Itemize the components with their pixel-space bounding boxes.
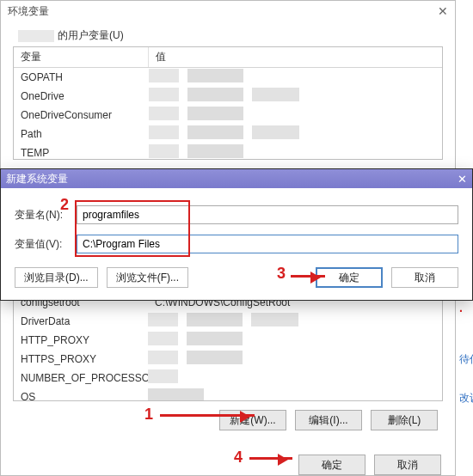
var-value-label: 变量值(V): [15,237,77,252]
table-row[interactable]: TEMP [14,143,442,160]
table-row[interactable]: OneDriveConsumer [14,106,442,125]
dialog-body: 变量名(N): 变量值(V): 浏览目录(D)... 浏览文件(F)... 确定… [1,188,472,300]
env-ok-button[interactable]: 确定 [298,455,366,475]
new-sys-var-button[interactable]: 新建(W)... [219,410,286,430]
env-title: 环境变量 [8,4,49,19]
masked-username [18,30,54,42]
user-vars-section: 的用户变量(U) 变量 值 GOPATH OneDrive OneDriveCo… [13,28,443,160]
table-row[interactable]: NUMBER_OF_PROCESSORS [14,369,442,388]
dialog-title: 新建系统变量 [6,172,68,186]
edit-sys-var-button[interactable]: 编辑(I)... [295,410,362,430]
table-row[interactable]: OneDrive [14,87,442,106]
env-cancel-button[interactable]: 取消 [374,455,441,475]
table-row[interactable]: DriverData [14,312,442,331]
system-vars-table: configsetrootC:\WINDOWS\ConfigSetRoot Dr… [14,293,442,401]
bg-link-1: 待信 [459,352,473,367]
browse-dir-button[interactable]: 浏览目录(D)... [15,267,98,288]
user-vars-caption: 的用户变量(U) [18,28,443,43]
table-row[interactable]: OS [14,388,442,401]
var-name-row: 变量名(N): [15,205,458,224]
table-row[interactable]: GOPATH [14,68,442,88]
close-icon[interactable]: ✕ [438,4,448,18]
dialog-close-icon[interactable]: ✕ [458,173,467,186]
dialog-ok-button[interactable]: 确定 [316,267,383,288]
delete-sys-var-button[interactable]: 删除(L) [371,410,438,430]
user-vars-table: 变量 值 GOPATH OneDrive OneDriveConsumer Pa… [14,47,442,160]
dialog-cancel-button[interactable]: 取消 [391,267,458,288]
table-row[interactable]: HTTP_PROXY [14,331,442,350]
var-name-label: 变量名(N): [15,208,77,223]
new-system-variable-dialog: 新建系统变量 ✕ 变量名(N): 变量值(V): 浏览目录(D)... 浏览文件… [0,168,473,301]
var-name-input[interactable] [77,205,458,224]
table-row[interactable]: Path [14,125,442,143]
col-header-var[interactable]: 变量 [14,47,149,68]
bg-link-2: 改设置 [459,391,473,406]
var-value-row: 变量值(V): [15,235,458,253]
system-vars-table-wrap[interactable]: configsetrootC:\WINDOWS\ConfigSetRoot Dr… [13,292,443,401]
var-value-input[interactable] [77,235,458,253]
env-titlebar: 环境变量 ✕ [1,1,455,21]
env-window-confirm-buttons: 确定 取消 [1,441,455,476]
system-vars-section: configsetrootC:\WINDOWS\ConfigSetRoot Dr… [13,292,443,434]
system-vars-buttons: 新建(W)... 编辑(I)... 删除(L) [13,401,443,434]
browse-file-button[interactable]: 浏览文件(F)... [107,267,188,288]
dialog-titlebar: 新建系统变量 ✕ [1,169,472,188]
dialog-button-row: 浏览目录(D)... 浏览文件(F)... 确定 取消 [15,264,458,288]
user-vars-table-wrap[interactable]: 变量 值 GOPATH OneDrive OneDriveConsumer Pa… [13,46,443,160]
col-header-val[interactable]: 值 [149,47,443,68]
table-row[interactable]: HTTPS_PROXY [14,350,442,369]
